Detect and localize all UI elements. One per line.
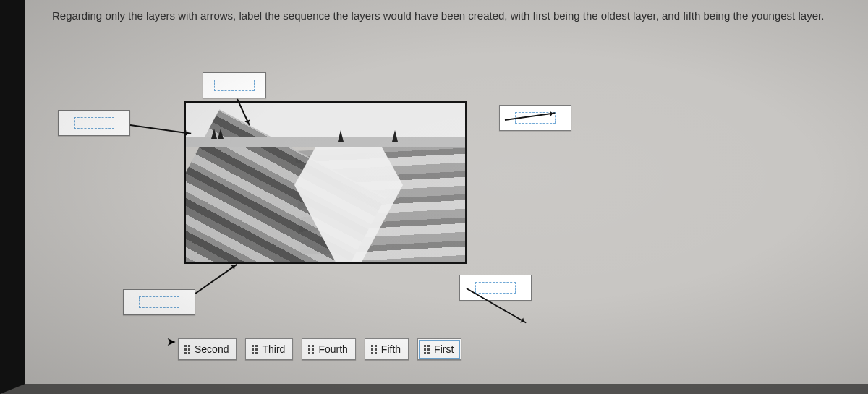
drop-placeholder xyxy=(214,80,255,91)
drag-chip-third[interactable]: Third xyxy=(245,338,293,360)
grip-icon xyxy=(184,345,190,354)
grip-icon xyxy=(252,345,258,354)
drop-target-b[interactable] xyxy=(58,110,130,136)
question-text: Regarding only the layers with arrows, l… xyxy=(52,9,854,23)
tree-icon xyxy=(338,130,344,142)
chip-label: Fourth xyxy=(318,343,347,355)
drop-placeholder xyxy=(475,282,516,294)
chip-label: Second xyxy=(195,343,229,355)
grip-icon xyxy=(308,345,314,354)
chip-label: First xyxy=(434,343,454,355)
geology-cross-section xyxy=(184,101,467,264)
drag-chip-fifth[interactable]: Fifth xyxy=(365,338,409,360)
drop-placeholder xyxy=(139,296,179,308)
drop-target-e[interactable] xyxy=(123,289,195,315)
chip-label: Fifth xyxy=(381,343,401,355)
drop-placeholder xyxy=(74,117,114,129)
drag-chip-fourth[interactable]: Fourth xyxy=(302,338,355,360)
drag-chip-first[interactable]: First xyxy=(417,338,461,360)
drop-target-d[interactable] xyxy=(459,275,532,301)
ground-surface xyxy=(186,137,465,147)
drag-chip-second[interactable]: Second xyxy=(178,338,237,360)
answer-tray: Second Third Fourth Fifth First xyxy=(178,338,461,360)
chip-label: Third xyxy=(262,343,285,355)
arrow-e xyxy=(195,264,237,294)
arrow-b xyxy=(130,124,191,134)
drop-target-a[interactable] xyxy=(203,72,266,98)
tree-icon xyxy=(392,130,398,142)
cursor-icon: ➤ xyxy=(166,335,176,348)
grip-icon xyxy=(371,345,377,354)
diagram-area xyxy=(58,72,622,311)
grip-icon xyxy=(424,345,430,354)
